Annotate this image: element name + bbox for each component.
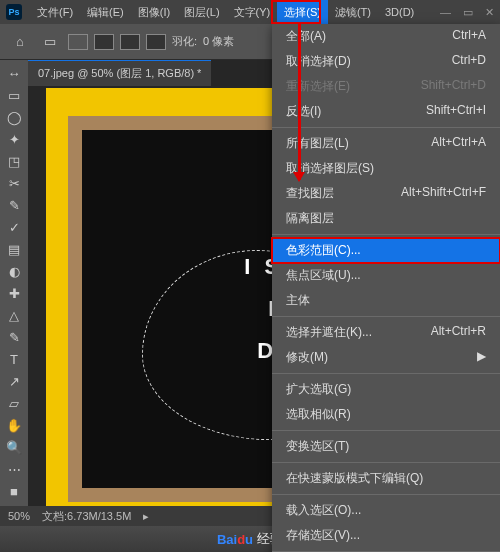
tool-12[interactable]: ✎ — [2, 326, 26, 348]
menubar: Ps 文件(F)编辑(E)图像(I)图层(L)文字(Y)选择(S)滤镜(T)3D… — [0, 0, 500, 24]
tool-13[interactable]: T — [2, 348, 26, 370]
menu-separator — [272, 127, 500, 128]
tools-panel: ↔▭◯✦◳✂✎✓▤◐✚△✎T↗▱✋🔍⋯■ — [0, 60, 28, 520]
menu-item-修改(M)[interactable]: 修改(M)▶ — [272, 345, 500, 370]
tool-0[interactable]: ↔ — [2, 62, 26, 84]
feather-label: 羽化: — [172, 34, 197, 49]
tool-preset-icon[interactable]: ▭ — [38, 30, 62, 54]
selection-mode-subtract[interactable] — [120, 34, 140, 50]
document-tab[interactable]: 07.jpeg @ 50% (图层 1, RGB/8) * — [28, 60, 211, 86]
menu-item-反选(I)[interactable]: 反选(I)Shift+Ctrl+I — [272, 99, 500, 124]
window-controls[interactable]: — ▭ ✕ — [440, 6, 494, 19]
tool-11[interactable]: △ — [2, 304, 26, 326]
tool-9[interactable]: ◐ — [2, 260, 26, 282]
tool-5[interactable]: ✂ — [2, 172, 26, 194]
menu-separator — [272, 430, 500, 431]
tool-15[interactable]: ▱ — [2, 392, 26, 414]
menu-文字(Y)[interactable]: 文字(Y) — [227, 0, 278, 24]
menu-图像(I)[interactable]: 图像(I) — [131, 0, 177, 24]
menu-item-重新选择(E): 重新选择(E)Shift+Ctrl+D — [272, 74, 500, 99]
menu-item-选取相似(R)[interactable]: 选取相似(R) — [272, 402, 500, 427]
close-icon[interactable]: ✕ — [485, 6, 494, 19]
menu-separator — [272, 494, 500, 495]
tool-2[interactable]: ◯ — [2, 106, 26, 128]
tool-10[interactable]: ✚ — [2, 282, 26, 304]
tool-14[interactable]: ↗ — [2, 370, 26, 392]
menu-编辑(E)[interactable]: 编辑(E) — [80, 0, 131, 24]
menu-item-主体[interactable]: 主体 — [272, 288, 500, 313]
tool-4[interactable]: ◳ — [2, 150, 26, 172]
menu-item-焦点区域(U)...[interactable]: 焦点区域(U)... — [272, 263, 500, 288]
status-chevron-icon[interactable]: ▸ — [143, 510, 149, 523]
minimize-icon[interactable]: — — [440, 6, 451, 19]
menu-separator — [272, 234, 500, 235]
selection-mode-new[interactable] — [68, 34, 88, 50]
watermark-brand: Baidu — [217, 532, 253, 547]
menu-item-扩大选取(G)[interactable]: 扩大选取(G) — [272, 377, 500, 402]
menu-item-取消选择(D)[interactable]: 取消选择(D)Ctrl+D — [272, 49, 500, 74]
tool-3[interactable]: ✦ — [2, 128, 26, 150]
tool-8[interactable]: ▤ — [2, 238, 26, 260]
annotation-menu-highlight — [271, 0, 321, 24]
select-menu-dropdown[interactable]: 全部(A)Ctrl+A取消选择(D)Ctrl+D重新选择(E)Shift+Ctr… — [272, 24, 500, 552]
tool-18[interactable]: ⋯ — [2, 458, 26, 480]
menu-item-变换选区(T)[interactable]: 变换选区(T) — [272, 434, 500, 459]
menu-3D(D)[interactable]: 3D(D) — [378, 0, 421, 24]
feather-value[interactable]: 0 像素 — [203, 34, 234, 49]
menu-item-全部(A)[interactable]: 全部(A)Ctrl+A — [272, 24, 500, 49]
menu-item-所有图层(L)[interactable]: 所有图层(L)Alt+Ctrl+A — [272, 131, 500, 156]
menu-滤镜(T)[interactable]: 滤镜(T) — [328, 0, 378, 24]
doc-size: 文档:6.73M/13.5M — [42, 509, 131, 524]
tool-16[interactable]: ✋ — [2, 414, 26, 436]
selection-mode-add[interactable] — [94, 34, 114, 50]
menu-item-载入选区(O)...[interactable]: 载入选区(O)... — [272, 498, 500, 523]
menu-item-查找图层[interactable]: 查找图层Alt+Shift+Ctrl+F — [272, 181, 500, 206]
menu-图层(L)[interactable]: 图层(L) — [177, 0, 226, 24]
maximize-icon[interactable]: ▭ — [463, 6, 473, 19]
menu-separator — [272, 462, 500, 463]
menu-item-隔离图层[interactable]: 隔离图层 — [272, 206, 500, 231]
menu-item-选择并遮住(K)...[interactable]: 选择并遮住(K)...Alt+Ctrl+R — [272, 320, 500, 345]
menu-item-色彩范围(C)...[interactable]: 色彩范围(C)... — [272, 238, 500, 263]
home-icon[interactable]: ⌂ — [8, 30, 32, 54]
menu-item-取消选择图层(S)[interactable]: 取消选择图层(S) — [272, 156, 500, 181]
tool-19[interactable]: ■ — [2, 480, 26, 502]
tool-6[interactable]: ✎ — [2, 194, 26, 216]
zoom-level[interactable]: 50% — [8, 510, 30, 522]
menu-文件(F)[interactable]: 文件(F) — [30, 0, 80, 24]
menu-separator — [272, 373, 500, 374]
ps-logo: Ps — [6, 4, 22, 20]
annotation-arrow — [298, 22, 301, 180]
tool-7[interactable]: ✓ — [2, 216, 26, 238]
menu-item-在快速蒙版模式下编辑(Q)[interactable]: 在快速蒙版模式下编辑(Q) — [272, 466, 500, 491]
tool-1[interactable]: ▭ — [2, 84, 26, 106]
menu-item-存储选区(V)...[interactable]: 存储选区(V)... — [272, 523, 500, 548]
tool-17[interactable]: 🔍 — [2, 436, 26, 458]
menu-separator — [272, 316, 500, 317]
selection-mode-intersect[interactable] — [146, 34, 166, 50]
